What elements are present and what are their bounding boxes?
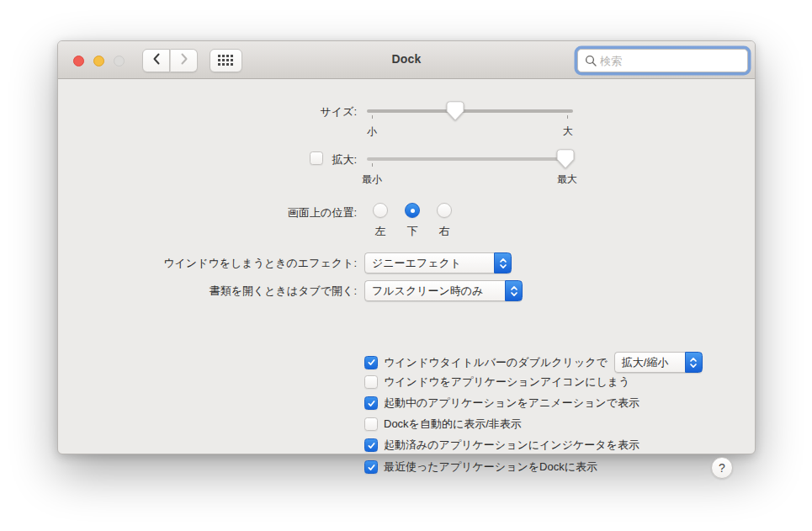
size-max-label: 大: [563, 125, 573, 139]
search-icon: [585, 55, 597, 66]
search-input[interactable]: [600, 55, 748, 67]
show-indicators-checkbox[interactable]: [364, 438, 378, 452]
desktop-background: Dock サイズ: 小 大: [0, 0, 812, 531]
open-in-tabs-select[interactable]: フルスクリーン時のみ: [364, 280, 523, 301]
chevron-right-icon: [180, 52, 188, 69]
size-label: サイズ:: [320, 104, 357, 119]
position-left-label: 左: [375, 224, 386, 239]
select-chevrons-icon: [505, 280, 523, 301]
magnification-slider-track[interactable]: [367, 157, 573, 161]
minimize-to-app-icon-label: ウインドウをアプリケーションアイコンにしまう: [384, 374, 629, 390]
animate-opening-checkbox[interactable]: [364, 396, 378, 410]
auto-hide-dock-label: Dockを自動的に表示/非表示: [384, 417, 522, 432]
help-button[interactable]: ?: [711, 457, 733, 479]
magnification-slider[interactable]: [367, 148, 573, 170]
minimize-to-app-icon-checkbox[interactable]: [364, 375, 378, 389]
magnification-slider-thumb[interactable]: [556, 149, 575, 169]
auto-hide-dock-checkbox[interactable]: [364, 417, 378, 431]
magnification-min-label: 最小: [362, 173, 382, 187]
size-slider-track[interactable]: [367, 109, 573, 113]
show-recent-apps-row: 最近使ったアプリケーションをDockに表示: [364, 459, 597, 475]
checkmark-icon: [367, 441, 376, 450]
doubleclick-action-value: 拡大/縮小: [614, 352, 685, 373]
zoom-window-button-disabled: [114, 56, 125, 66]
chevron-left-icon: [152, 52, 161, 69]
position-radio-right[interactable]: [437, 203, 452, 218]
title-bar[interactable]: Dock: [58, 41, 755, 79]
open-in-tabs-value: フルスクリーン時のみ: [364, 280, 505, 301]
checkmark-icon: [367, 399, 376, 408]
size-min-label: 小: [367, 125, 377, 139]
forward-button[interactable]: [170, 49, 198, 72]
show-indicators-label: 起動済みのアプリケーションにインジケータを表示: [384, 438, 640, 453]
close-window-button[interactable]: [73, 56, 84, 66]
position-bottom-label: 下: [407, 224, 418, 239]
back-button[interactable]: [142, 49, 170, 72]
minimize-to-app-icon-row: ウインドウをアプリケーションアイコンにしまう: [364, 374, 629, 390]
auto-hide-dock-row: Dockを自動的に表示/非表示: [364, 417, 522, 432]
minimize-effect-label: ウインドウをしまうときのエフェクト:: [163, 256, 357, 271]
magnification-label: 拡大:: [332, 152, 357, 167]
magnification-checkbox[interactable]: [310, 151, 323, 165]
preferences-content: サイズ: 小 大 拡大: 最小 最大: [58, 79, 755, 455]
position-radio-bottom[interactable]: [405, 203, 420, 218]
titlebar-doubleclick-row: ウインドウタイトルバーのダブルクリックで 拡大/縮小: [364, 352, 703, 373]
position-label: 画面上の位置:: [288, 205, 357, 220]
position-right-label: 右: [439, 224, 450, 239]
titlebar-doubleclick-label: ウインドウタイトルバーのダブルクリックで: [384, 355, 608, 370]
show-recent-apps-label: 最近使ったアプリケーションをDockに表示: [384, 459, 597, 475]
size-slider[interactable]: [367, 100, 573, 122]
animate-opening-row: 起動中のアプリケーションをアニメーションで表示: [364, 396, 640, 411]
magnification-max-label: 最大: [557, 173, 577, 187]
select-chevrons-icon: [494, 252, 512, 273]
minimize-window-button[interactable]: [93, 56, 104, 66]
dock-preferences-window: Dock サイズ: 小 大: [57, 40, 756, 454]
doubleclick-action-select[interactable]: 拡大/縮小: [614, 352, 703, 373]
minimize-effect-value: ジニーエフェクト: [364, 252, 494, 273]
show-indicators-row: 起動済みのアプリケーションにインジケータを表示: [364, 438, 640, 453]
titlebar-doubleclick-checkbox[interactable]: [364, 356, 378, 369]
select-chevrons-icon: [685, 352, 703, 373]
search-field[interactable]: [577, 49, 748, 72]
show-recent-apps-checkbox[interactable]: [364, 460, 378, 474]
show-all-preferences-button[interactable]: [210, 49, 242, 72]
animate-opening-label: 起動中のアプリケーションをアニメーションで表示: [384, 396, 640, 411]
position-radio-left[interactable]: [373, 203, 388, 218]
checkmark-icon: [367, 463, 376, 472]
minimize-effect-select[interactable]: ジニーエフェクト: [364, 252, 512, 273]
checkmark-icon: [367, 358, 376, 367]
size-slider-thumb[interactable]: [446, 101, 464, 121]
open-in-tabs-label: 書類を開くときはタブで開く:: [210, 284, 357, 299]
grid-icon: [218, 55, 234, 66]
